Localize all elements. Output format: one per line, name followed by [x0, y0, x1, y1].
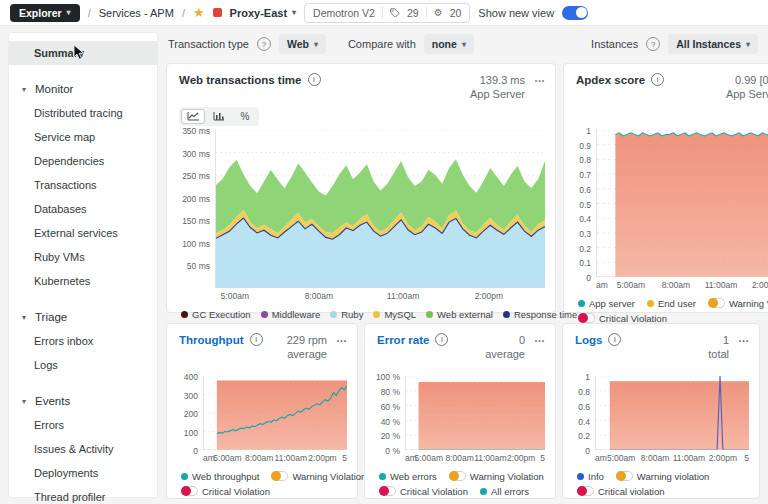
legend-item[interactable]: Web errors [379, 471, 437, 482]
legend-item[interactable]: End user [647, 298, 696, 309]
panel-throughput: Throughput i 229 rpm average … 400 300 2… [166, 323, 358, 499]
critical-violation-toggle-icon [181, 486, 198, 496]
panel-title-link[interactable]: Throughput i [179, 333, 263, 346]
favorite-star-icon[interactable]: ★ [193, 6, 205, 19]
legend-item[interactable]: Middleware [261, 309, 321, 320]
sidebar-item-databases[interactable]: Databases [9, 197, 157, 221]
sidebar-item-service-map[interactable]: Service map [9, 125, 157, 149]
panel-summary-value: 0.99 [0.5] App Server [726, 73, 768, 102]
x-tick: am [596, 280, 608, 290]
transaction-type-value: Web [287, 38, 309, 50]
legend-item[interactable]: Warning Violation [708, 298, 768, 309]
percent-toggle-button[interactable]: % [233, 109, 257, 124]
warning-violation-toggle-icon [271, 471, 288, 481]
legend-item[interactable]: Critical violation [577, 486, 665, 497]
info-icon[interactable]: i [435, 333, 448, 346]
top-navigation-bar: Explorer ▾ / Services - APM / ★ Proxy-Ea… [0, 0, 768, 26]
legend-item[interactable]: Ruby [330, 309, 363, 320]
y-tick: 50 ms [187, 261, 210, 271]
info-icon[interactable]: i [651, 73, 664, 86]
bar-chart-icon [213, 111, 225, 121]
sidebar-section-triage[interactable]: ▾ Triage [9, 305, 157, 329]
summary-value: 229 rpm [287, 333, 327, 347]
help-icon[interactable]: ? [257, 37, 271, 51]
y-tick: 150 ms [182, 216, 210, 226]
sidebar-item-deployments[interactable]: Deployments [9, 461, 157, 485]
account-badge[interactable]: Demotron V2 29 ⚙ 20 [304, 3, 470, 23]
sidebar-item-errors-inbox[interactable]: Errors inbox [9, 329, 157, 353]
transaction-type-dropdown[interactable]: Web ▾ [279, 34, 326, 54]
panel-menu-button[interactable]: … [534, 73, 545, 84]
panel-title-text: Apdex score [576, 74, 645, 86]
x-tick: 5 [744, 453, 749, 463]
legend-item[interactable]: Warning Violation [271, 471, 366, 482]
legend-item[interactable]: Warning Violation [449, 471, 544, 482]
chart-legend: GC Execution Middleware Ruby MySQL Web e… [167, 302, 555, 320]
line-chart-toggle-button[interactable] [181, 109, 205, 124]
legend-item[interactable]: Critical Violation [379, 486, 468, 497]
legend-item[interactable]: App server [578, 298, 635, 309]
x-tick: 5:00am [213, 453, 241, 463]
x-tick: 2:00pm [475, 291, 503, 301]
chart-legend: Info Warning violation Critical violatio… [563, 464, 759, 497]
sidebar-item-issues-activity[interactable]: Issues & Activity [9, 437, 157, 461]
sidebar-item-kubernetes[interactable]: Kubernetes [9, 269, 157, 293]
sidebar-section-monitor[interactable]: ▾ Monitor [9, 77, 157, 101]
sidebar-item-dependencies[interactable]: Dependencies [9, 149, 157, 173]
legend-item[interactable]: Web external [426, 309, 493, 320]
sidebar: Summary ▾ Monitor Distributed tracing Se… [8, 32, 158, 498]
series-color-dot [503, 311, 510, 318]
panel-title-link[interactable]: Error rate i [377, 333, 448, 346]
legend-item[interactable]: MySQL [373, 309, 416, 320]
panel-menu-button[interactable]: … [336, 333, 347, 344]
sidebar-item-errors[interactable]: Errors [9, 413, 157, 437]
x-tick: 11:00am [705, 280, 737, 290]
compare-with-value: none [432, 38, 457, 50]
panel-summary-value: 0 average [485, 333, 525, 362]
panel-logs: Logs i 1 total … 1 0.8 0.6 0.4 0 [562, 323, 760, 499]
x-tick: 5:00am [607, 453, 635, 463]
compare-with-label: Compare with [348, 38, 416, 50]
info-icon[interactable]: i [608, 333, 621, 346]
explorer-menu-button[interactable]: Explorer ▾ [10, 4, 80, 22]
y-tick: 100 [184, 428, 198, 438]
series-color-dot [379, 473, 386, 480]
entity-name-dropdown[interactable]: Proxy-East ▾ [230, 7, 297, 19]
legend-item[interactable]: Critical Violation [181, 486, 270, 497]
breadcrumb-services-apm[interactable]: Services - APM [99, 7, 174, 19]
legend-item[interactable]: GC Execution [181, 309, 251, 320]
sidebar-section-events[interactable]: ▾ Events [9, 389, 157, 413]
x-tick: 5 [342, 453, 347, 463]
legend-item[interactable]: Critical Violation [578, 313, 667, 324]
legend-item[interactable]: Web throughput [181, 471, 259, 482]
sidebar-item-distributed-tracing[interactable]: Distributed tracing [9, 101, 157, 125]
panel-title-text: Logs [575, 334, 602, 346]
panel-title-text: Web transactions time [179, 74, 302, 86]
chart-type-switcher: % [179, 107, 259, 126]
apdex-chart [596, 130, 768, 277]
sidebar-item-external-services[interactable]: External services [9, 221, 157, 245]
sidebar-item-transactions[interactable]: Transactions [9, 173, 157, 197]
panel-title-link[interactable]: Logs i [575, 333, 621, 346]
sidebar-item-logs[interactable]: Logs [9, 353, 157, 377]
sidebar-item-ruby-vms[interactable]: Ruby VMs [9, 245, 157, 269]
bar-chart-toggle-button[interactable] [207, 109, 231, 124]
sidebar-item-summary[interactable]: Summary [9, 41, 157, 65]
compare-with-dropdown[interactable]: none ▾ [424, 34, 474, 54]
panel-menu-button[interactable]: … [738, 333, 749, 344]
legend-item[interactable]: Info [577, 471, 604, 482]
y-tick: 300 ms [182, 149, 210, 159]
y-tick: 400 [184, 372, 198, 382]
show-new-view-toggle[interactable] [562, 6, 588, 20]
panel-title-text: Error rate [377, 334, 429, 346]
legend-item[interactable]: All errors [480, 486, 529, 497]
chevron-down-icon: ▾ [746, 40, 750, 49]
panel-menu-button[interactable]: … [534, 333, 545, 344]
help-icon[interactable]: ? [646, 37, 660, 51]
instances-dropdown[interactable]: All Instances ▾ [668, 34, 758, 54]
divider [426, 7, 427, 19]
legend-item[interactable]: Warning violation [616, 471, 710, 482]
sidebar-item-thread-profiler[interactable]: Thread profiler [9, 485, 157, 504]
info-icon[interactable]: i [250, 333, 263, 346]
info-icon[interactable]: i [308, 73, 321, 86]
